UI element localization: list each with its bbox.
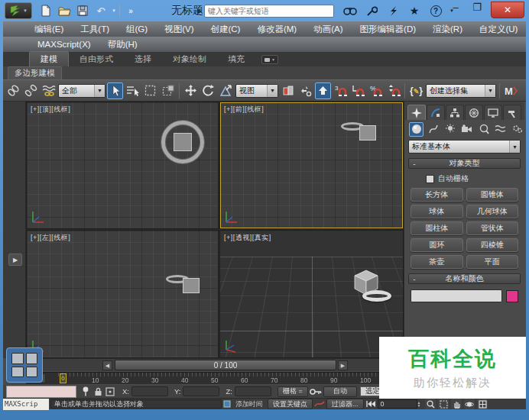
auto-key-key-icon[interactable]	[308, 386, 323, 397]
new-file-button[interactable]	[38, 3, 54, 18]
viewport-layout-tab[interactable]	[6, 347, 43, 383]
viewport-label-front[interactable]: [+][前][线框]	[224, 105, 264, 115]
percent-snap-toggle-button[interactable]: %	[368, 82, 384, 99]
box-object-top-view[interactable]	[174, 133, 192, 151]
orbit-icon[interactable]	[464, 399, 475, 409]
name-color-rollout[interactable]: - 名称和颜色	[408, 273, 521, 284]
bind-to-space-warp-button[interactable]	[41, 82, 57, 99]
tube-button[interactable]: 管状体	[466, 221, 519, 235]
use-pivot-center-button[interactable]	[280, 82, 296, 99]
tab-utilities[interactable]	[503, 105, 521, 120]
selection-filter-dropdown[interactable]: 全部 ▼	[58, 84, 105, 98]
autogrid-checkbox[interactable]	[426, 175, 434, 183]
geosphere-button[interactable]: 几何球体	[466, 205, 519, 218]
tab-hierarchy[interactable]	[446, 105, 464, 120]
menu-animation[interactable]: 动画(A)	[305, 21, 351, 37]
edit-named-selection-sets-button[interactable]: {✎}	[408, 82, 424, 99]
box-object-left-view[interactable]	[183, 278, 200, 293]
primitive-category-dropdown[interactable]: 标准基本体 ▼	[408, 140, 521, 153]
ribbon-panel-polygon-modeling[interactable]: 多边形建模	[8, 66, 62, 79]
frame-spinner[interactable]: ▲▼	[417, 401, 421, 407]
auto-key-button[interactable]: 自动	[323, 386, 357, 397]
keyboard-shortcut-override-button[interactable]	[315, 82, 331, 99]
set-key-button[interactable]: 设置关键点	[268, 399, 313, 409]
viewport-front[interactable]: [+][前][线框]	[219, 102, 404, 229]
reference-coordinate-dropdown[interactable]: 视图 ▼	[235, 84, 278, 98]
box-button[interactable]: 长方体	[411, 188, 463, 202]
object-name-field[interactable]	[411, 289, 502, 302]
select-and-move-button[interactable]	[183, 82, 199, 99]
object-type-rollout[interactable]: - 对象类型	[408, 158, 521, 169]
ribbon-tab-selection[interactable]: 选择	[124, 52, 162, 66]
ribbon-tab-freeform[interactable]: 自由形式	[69, 52, 124, 66]
subscription-wrench-icon[interactable]	[364, 3, 379, 18]
next-frame-arrow[interactable]: ▶	[338, 360, 348, 370]
go-to-start-icon[interactable]	[364, 399, 378, 409]
cylinder-button[interactable]: 圆柱体	[411, 221, 463, 235]
selection-lock-icon[interactable]	[92, 386, 104, 397]
select-and-manipulate-button[interactable]	[297, 82, 313, 99]
ribbon-display-toggle-button[interactable]: ▼	[261, 55, 278, 64]
search-expand-icon[interactable]	[197, 8, 202, 15]
torus-object-perspective[interactable]	[362, 290, 391, 302]
viewport-left[interactable]: [+][左][线框]	[26, 230, 219, 358]
menu-rendering[interactable]: 渲染(R)	[424, 21, 471, 37]
rectangular-selection-region-button[interactable]	[142, 82, 158, 99]
lights-category-button[interactable]	[443, 122, 457, 137]
object-color-swatch[interactable]	[506, 290, 518, 302]
add-time-tag[interactable]: 添加时间	[235, 399, 263, 409]
help-icon[interactable]: ?	[428, 3, 443, 18]
tab-display[interactable]	[484, 105, 502, 120]
menu-create[interactable]: 创建(C)	[202, 21, 248, 37]
zoom-region-icon[interactable]	[438, 399, 449, 409]
maximize-viewport-toggle-icon[interactable]	[477, 399, 488, 409]
pan-hand-icon[interactable]	[451, 399, 462, 409]
z-coordinate-field[interactable]	[235, 386, 271, 396]
zoom-icon[interactable]	[425, 399, 436, 409]
previous-frame-arrow[interactable]: ◀	[102, 360, 112, 370]
angle-snap-toggle-button[interactable]	[350, 82, 366, 99]
ribbon-tab-modeling[interactable]: 建模	[29, 51, 69, 66]
select-object-button[interactable]	[107, 82, 123, 99]
maxscript-listener-label[interactable]: MAXScrip	[3, 399, 49, 410]
cone-button[interactable]: 圆锥体	[466, 188, 519, 202]
application-menu-button[interactable]: ▼	[5, 2, 32, 19]
favorites-star-icon[interactable]: ★	[407, 3, 422, 18]
expand-panel-button[interactable]: ▶	[8, 254, 22, 266]
y-coordinate-field[interactable]	[183, 386, 219, 396]
menu-maxscript[interactable]: MAXScript(X)	[29, 37, 99, 52]
teapot-button[interactable]: 茶壶	[411, 255, 463, 269]
named-selection-sets-dropdown[interactable]: 创建选择集 ▼	[426, 84, 496, 98]
open-file-button[interactable]	[57, 3, 72, 18]
pyramid-button[interactable]: 四棱锥	[466, 238, 519, 252]
geometry-category-button[interactable]	[409, 122, 424, 137]
menu-edit[interactable]: 编辑(E)	[26, 21, 72, 37]
menu-customize[interactable]: 自定义(U)	[471, 21, 526, 37]
tab-modify[interactable]	[427, 105, 445, 120]
x-coordinate-field[interactable]	[131, 386, 168, 396]
sphere-button[interactable]: 球体	[411, 205, 463, 218]
viewport-label-top[interactable]: [+][顶][线框]	[31, 105, 70, 115]
menu-modifiers[interactable]: 修改器(M)	[248, 21, 305, 37]
shapes-category-button[interactable]	[426, 122, 440, 137]
tab-create[interactable]	[407, 105, 426, 120]
tab-motion[interactable]	[465, 105, 483, 120]
select-and-scale-button[interactable]	[218, 82, 234, 99]
menu-group[interactable]: 组(G)	[118, 21, 156, 37]
viewport-label-left[interactable]: [+][左][线框]	[31, 233, 70, 243]
undo-button[interactable]: ↶	[93, 3, 109, 18]
box-object-front-view[interactable]	[359, 125, 376, 141]
window-crossing-toggle-button[interactable]	[160, 82, 176, 99]
systems-category-button[interactable]	[510, 122, 524, 137]
mirror-button[interactable]: M	[503, 82, 519, 99]
ribbon-tab-object-paint[interactable]: 对象绘制	[162, 52, 217, 66]
viewport-perspective[interactable]: [+][透视][真实]	[219, 230, 404, 358]
current-frame-marker[interactable]: 0	[60, 373, 67, 383]
time-slider[interactable]: 0 / 100	[115, 360, 336, 370]
ribbon-tab-populate[interactable]: 填充	[217, 52, 255, 66]
viewport-top[interactable]: [+][顶][线框]	[26, 102, 219, 229]
absolute-offset-toggle-icon[interactable]	[104, 386, 116, 397]
communication-center-icon[interactable]	[385, 3, 401, 18]
viewport-label-perspective[interactable]: [+][透视][真实]	[224, 233, 271, 243]
maximize-button[interactable]: ❐	[469, 2, 485, 13]
